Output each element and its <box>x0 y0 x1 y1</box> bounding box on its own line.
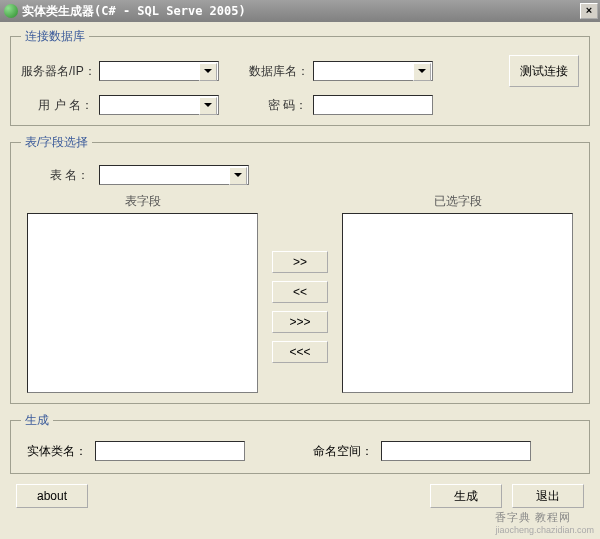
label-database: 数据库名： <box>249 63 307 80</box>
groupbox-generate: 生成 实体类名： 命名空间： <box>10 412 590 474</box>
listbox-source-fields[interactable] <box>27 213 258 393</box>
input-namespace[interactable] <box>381 441 531 461</box>
combo-server[interactable] <box>99 61 219 81</box>
label-password: 密 码： <box>249 97 307 114</box>
column-selected-fields: 已选字段 <box>342 193 573 393</box>
label-class-name: 实体类名： <box>27 443 87 460</box>
generate-button[interactable]: 生成 <box>430 484 502 508</box>
exit-button[interactable]: 退出 <box>512 484 584 508</box>
move-all-right-button[interactable]: >>> <box>272 311 328 333</box>
header-source-fields: 表字段 <box>125 193 161 209</box>
label-user: 用 户 名： <box>21 97 93 114</box>
title-bar: 实体类生成器(C# - SQL Serve 2005) × <box>0 0 600 22</box>
move-left-button[interactable]: << <box>272 281 328 303</box>
column-source-fields: 表字段 <box>27 193 258 393</box>
client-area: 连接数据库 服务器名/IP： 数据库名： 测试连接 用 户 名： 密 码： 表/… <box>0 22 600 514</box>
combo-database[interactable] <box>313 61 433 81</box>
label-table-name: 表 名： <box>33 167 89 184</box>
label-server: 服务器名/IP： <box>21 63 93 80</box>
combo-table[interactable] <box>99 165 249 185</box>
footer-bar: about 生成 退出 <box>10 482 590 508</box>
close-icon[interactable]: × <box>580 3 598 19</box>
groupbox-connection: 连接数据库 服务器名/IP： 数据库名： 测试连接 用 户 名： 密 码： <box>10 28 590 126</box>
combo-user[interactable] <box>99 95 219 115</box>
input-class-name[interactable] <box>95 441 245 461</box>
legend-connection: 连接数据库 <box>21 28 89 45</box>
header-selected-fields: 已选字段 <box>434 193 482 209</box>
window-title: 实体类生成器(C# - SQL Serve 2005) <box>22 3 580 20</box>
test-connection-button[interactable]: 测试连接 <box>509 55 579 87</box>
password-input[interactable] <box>313 95 433 115</box>
about-button[interactable]: about <box>16 484 88 508</box>
move-buttons-column: >> << >>> <<< <box>268 193 332 393</box>
watermark-sub: jiaocheng.chazidian.com <box>495 525 594 535</box>
groupbox-table-fields: 表/字段选择 表 名： 表字段 >> << >>> <<< 已选字段 <box>10 134 590 404</box>
move-right-button[interactable]: >> <box>272 251 328 273</box>
label-namespace: 命名空间： <box>313 443 373 460</box>
legend-table-fields: 表/字段选择 <box>21 134 92 151</box>
app-icon <box>4 4 18 18</box>
move-all-left-button[interactable]: <<< <box>272 341 328 363</box>
legend-generate: 生成 <box>21 412 53 429</box>
listbox-selected-fields[interactable] <box>342 213 573 393</box>
